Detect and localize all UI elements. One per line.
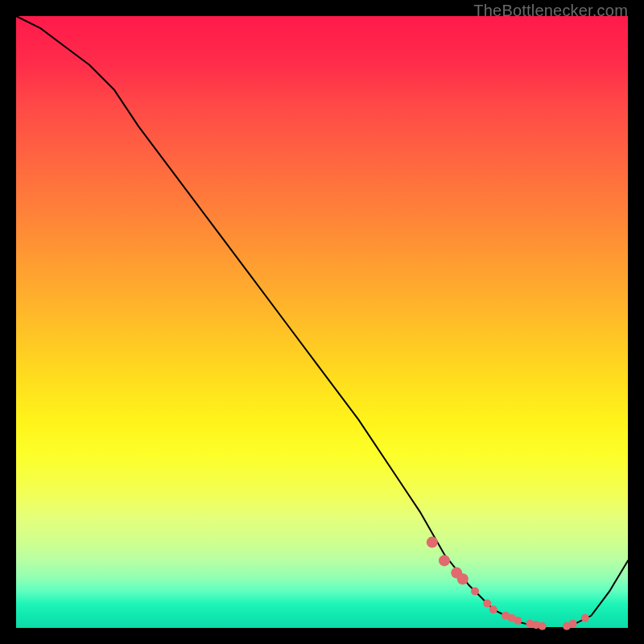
- highlight-dot: [427, 537, 438, 548]
- highlight-dot: [514, 617, 522, 625]
- chart-stage: TheBottlenecker.com: [0, 0, 644, 644]
- highlight-dot: [439, 555, 450, 566]
- highlight-dot: [457, 573, 469, 584]
- bottleneck-curve: [16, 16, 628, 628]
- highlight-dot: [569, 620, 577, 628]
- highlight-dot: [489, 605, 497, 613]
- highlight-dot: [483, 600, 491, 608]
- chart-overlay: [16, 16, 628, 628]
- highlight-dot: [581, 614, 589, 622]
- highlight-dot: [539, 622, 547, 630]
- highlight-dot: [471, 587, 479, 595]
- highlight-dots-group: [427, 537, 589, 630]
